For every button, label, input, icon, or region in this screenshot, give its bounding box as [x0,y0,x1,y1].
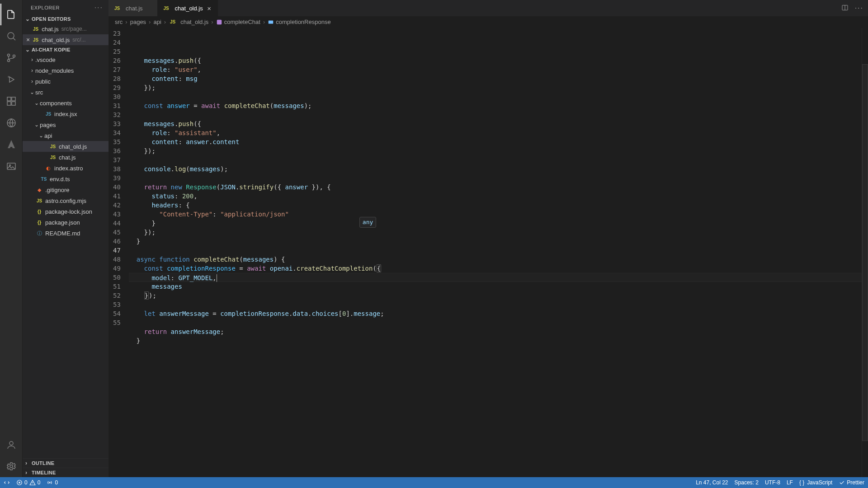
svg-rect-6 [12,97,15,101]
folder-item[interactable]: ›node_modules [23,65,108,76]
section-outline[interactable]: › OUTLINE [23,458,108,468]
activity-account[interactable] [0,434,22,455]
folder-item[interactable]: ⌄components [23,98,108,108]
file-item[interactable]: ›JSchat.js [23,152,108,163]
file-name: package-lock.json [45,208,92,215]
file-type-icon: JS [44,112,52,117]
file-item[interactable]: ›◐index.astro [23,163,108,174]
status-cursor[interactable]: Ln 47, Col 22 [696,479,728,486]
file-item[interactable]: ›{}package.json [23,217,108,228]
svg-rect-7 [7,102,11,105]
chevron-right-icon: › [29,56,35,63]
activity-scm[interactable] [0,47,22,69]
chevron-right-icon: › [29,67,35,74]
file-name: package.json [45,219,80,226]
status-prettier[interactable]: Prettier [839,479,864,486]
activity-extensions[interactable] [0,90,22,112]
folder-name: components [40,100,72,107]
js-file-icon: JS [113,6,121,11]
folder-item[interactable]: ›.vscode [23,54,108,65]
breadcrumb-label: api [153,19,161,25]
open-editor-name: chat.js [42,26,59,33]
open-editor-item[interactable]: ×JSchat.jssrc/page... [23,23,108,34]
file-item[interactable]: ›TSenv.d.ts [23,174,108,184]
minimap[interactable] [862,28,868,477]
activity-settings[interactable] [0,455,22,477]
remote-indicator-icon [4,479,10,486]
file-item[interactable]: ›JSchat_old.js [23,141,108,152]
js-file-icon: JS [32,38,40,42]
folder-item[interactable]: ›public [23,76,108,87]
folder-item[interactable]: ⌄src [23,87,108,98]
debug-icon [6,74,17,85]
sidebar-more-icon[interactable]: ··· [94,4,103,12]
section-open-editors[interactable]: ⌄ OPEN EDITORS [23,14,108,23]
status-ports[interactable]: 0 [47,479,58,486]
sidebar: EXPLORER ··· ⌄ OPEN EDITORS ×JSchat.jssr… [23,0,108,477]
gutter: 2324252627282930313233343536373839404142… [108,28,129,477]
status-problems[interactable]: 0 0 [16,479,40,486]
breadcrumb-item[interactable]: completeChat [216,19,260,25]
sidebar-header: EXPLORER ··· [23,0,108,14]
status-bar: 0 0 0 Ln 47, Col 22 Spaces: 2 UTF-8 LF {… [0,477,868,488]
file-item[interactable]: ›◆.gitignore [23,184,108,195]
activity-search[interactable] [0,25,22,47]
svg-point-3 [13,55,15,57]
activity-images[interactable] [0,155,22,177]
breadcrumb-label: completeChat [224,19,260,25]
breadcrumb-item[interactable]: api [153,19,161,25]
split-editor-icon[interactable] [841,4,849,13]
activity-remote[interactable] [0,112,22,134]
variable-icon [268,19,274,25]
breadcrumbs[interactable]: src›pages›api›JSchat_old.js›completeChat… [108,16,868,28]
file-item[interactable]: ›ⓘREADME.md [23,228,108,239]
close-icon[interactable]: × [26,36,30,43]
close-icon[interactable]: × [206,5,213,12]
type-hint-hover: any [359,217,376,228]
status-remote[interactable] [4,479,10,486]
chevron-down-icon: ⌄ [29,89,35,95]
chevron-down-icon: ⌄ [25,16,32,22]
file-item[interactable]: ›{}package-lock.json [23,206,108,217]
status-errors-count: 0 [24,479,28,486]
breadcrumb-item[interactable]: JSchat_old.js [169,19,208,25]
status-spaces[interactable]: Spaces: 2 [735,479,759,486]
extensions-icon [6,96,17,107]
activity-bar [0,0,23,477]
js-file-icon: JS [169,19,177,24]
tab-more-icon[interactable]: ··· [855,4,863,13]
open-editor-item[interactable]: ×JSchat_old.jssrc/... [23,34,108,45]
chevron-right-icon: › [25,469,32,476]
file-item[interactable]: ›JSastro.config.mjs [23,195,108,206]
tab[interactable]: JSchat.js [108,0,158,16]
folder-name: src [35,89,43,96]
breadcrumb-item[interactable]: pages [130,19,146,25]
file-item[interactable]: ›JSindex.jsx [23,108,108,119]
file-type-icon: JS [49,155,57,160]
svg-rect-15 [217,19,222,24]
folder-item[interactable]: ⌄api [23,130,108,141]
section-timeline[interactable]: › TIMELINE [23,468,108,477]
js-file-icon: JS [32,27,40,32]
status-encoding[interactable]: UTF-8 [765,479,780,486]
breadcrumb-label: completionResponse [276,19,330,25]
code-area[interactable]: any messages.push({ role: "user", conten… [129,28,862,477]
editor-body[interactable]: 2324252627282930313233343536373839404142… [108,28,868,477]
breadcrumb-item[interactable]: src [115,19,123,25]
status-language[interactable]: { } JavaScript [799,479,832,486]
activity-explorer[interactable] [0,4,22,25]
check-icon [839,479,845,486]
folder-item[interactable]: ⌄pages [23,119,108,130]
activity-debug[interactable] [0,69,22,90]
section-project-title: AI-CHAT KOPIE [32,47,71,52]
warning-icon [29,479,36,486]
status-eol[interactable]: LF [787,479,793,486]
activity-astro[interactable] [0,134,22,155]
folder-name: api [44,132,52,139]
breadcrumb-label: chat_old.js [180,19,208,25]
breadcrumb-item[interactable]: completionResponse [268,19,330,25]
tab[interactable]: JSchat_old.js× [158,0,218,16]
file-type-icon: JS [35,198,43,203]
breadcrumb-label: src [115,19,123,25]
section-project[interactable]: ⌄ AI-CHAT KOPIE [23,45,108,54]
